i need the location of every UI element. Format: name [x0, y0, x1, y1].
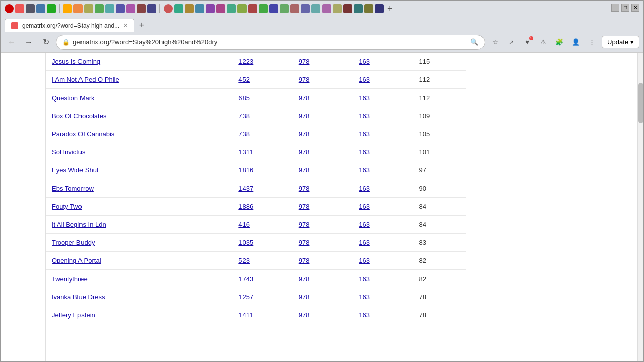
row-num-link[interactable]: 163 [359, 239, 370, 246]
active-tab[interactable]: gematrix.org/?word=Stay high and... ✕ [5, 19, 134, 32]
row-num-link[interactable]: 1437 [238, 185, 253, 192]
heart-badge-icon[interactable]: ♥ 9 [520, 35, 534, 49]
row-name-link[interactable]: Question Mark [52, 94, 95, 102]
row-num-link[interactable]: 163 [359, 275, 370, 283]
row-num-link[interactable]: 978 [299, 257, 310, 264]
reload-button[interactable]: ↻ [39, 35, 53, 49]
row-name-link[interactable]: Trooper Buddy [52, 239, 95, 246]
minimize-button[interactable]: — [611, 4, 619, 12]
row-num-link[interactable]: 978 [299, 239, 310, 246]
right-gutter [466, 53, 637, 361]
forward-button[interactable]: → [22, 35, 36, 49]
row-name-link[interactable]: Twentythree [52, 275, 88, 283]
row-num-link[interactable]: 163 [359, 94, 370, 102]
browser-window: + — □ ✕ gematrix.org/?word=Stay high and… [0, 0, 644, 362]
row-num-link[interactable]: 978 [299, 112, 310, 120]
row-num-link[interactable]: 163 [359, 148, 370, 156]
row-num-link[interactable]: 163 [359, 203, 370, 210]
table-row: Paradox Of Cannabis738978163105 [46, 125, 466, 143]
left-gutter [1, 53, 46, 361]
row-name-link[interactable]: Ivanka Blue Dress [52, 293, 105, 301]
maximize-button[interactable]: □ [621, 4, 629, 12]
row-num-link[interactable]: 523 [238, 257, 250, 264]
address-bar[interactable]: 🔒 gematrix.org/?word=Stay%20high%20and%2… [56, 35, 485, 50]
row-num-link[interactable]: 978 [299, 130, 310, 138]
row-score: 109 [415, 107, 466, 125]
row-num-link[interactable]: 978 [299, 275, 310, 283]
row-num-link[interactable]: 1886 [238, 203, 253, 210]
row-num-link[interactable]: 978 [299, 311, 310, 319]
row-num-link[interactable]: 738 [238, 130, 250, 138]
new-tab-button[interactable]: + [135, 19, 148, 32]
row-num-link[interactable]: 163 [359, 130, 370, 138]
row-num-link[interactable]: 978 [299, 185, 310, 192]
row-num-link[interactable]: 163 [359, 58, 370, 65]
row-num-link[interactable]: 978 [299, 166, 310, 174]
page-content: Jesus Is Coming1223978163115I Am Not A P… [1, 53, 643, 361]
row-score: 78 [415, 288, 466, 306]
row-num-link[interactable]: 685 [238, 94, 250, 102]
bookmark-star-icon[interactable]: ☆ [488, 35, 502, 49]
main-content: Jesus Is Coming1223978163115I Am Not A P… [46, 53, 466, 361]
lock-icon: 🔒 [62, 39, 70, 46]
row-name-link[interactable]: Jesus Is Coming [52, 58, 100, 65]
extensions-icon[interactable]: 🧩 [552, 35, 567, 49]
tab-label: gematrix.org/?word=Stay high and... [22, 22, 119, 29]
account-icon[interactable]: 👤 [569, 35, 583, 49]
row-name-link[interactable]: Paradox Of Cannabis [52, 130, 114, 138]
update-button[interactable]: Update ▾ [602, 36, 639, 48]
row-num-link[interactable]: 1411 [238, 311, 253, 319]
row-num-link[interactable]: 163 [359, 185, 370, 192]
row-name-link[interactable]: Fouty Two [52, 203, 82, 210]
row-num-link[interactable]: 163 [359, 166, 370, 174]
row-num-link[interactable]: 978 [299, 293, 310, 301]
row-num-link[interactable]: 1743 [238, 275, 253, 283]
row-num-link[interactable]: 1311 [238, 148, 253, 156]
title-bar: + — □ ✕ [1, 1, 643, 17]
row-name-link[interactable]: Sol Invictus [52, 148, 85, 156]
menu-icon[interactable]: ⋮ [585, 35, 599, 49]
row-name-link[interactable]: Jeffery Epstein [52, 311, 95, 319]
row-num-link[interactable]: 978 [299, 58, 310, 65]
row-score: 83 [415, 234, 466, 252]
row-num-link[interactable]: 416 [238, 221, 250, 228]
row-name-link[interactable]: I Am Not A Ped O Phile [52, 76, 119, 83]
row-name-link[interactable]: Opening A Portal [52, 257, 101, 264]
row-score: 101 [415, 143, 466, 161]
row-num-link[interactable]: 452 [238, 76, 250, 83]
row-score: 97 [415, 161, 466, 179]
row-score: 115 [415, 53, 466, 71]
search-icon[interactable]: 🔍 [470, 38, 478, 46]
row-name-link[interactable]: Ebs Tomorrow [52, 185, 94, 192]
table-row: Ivanka Blue Dress125797816378 [46, 288, 466, 306]
tab-close-button[interactable]: ✕ [123, 22, 128, 29]
close-button[interactable]: ✕ [631, 4, 639, 12]
row-num-link[interactable]: 978 [299, 221, 310, 228]
row-num-link[interactable]: 163 [359, 257, 370, 264]
row-num-link[interactable]: 1223 [238, 58, 253, 65]
row-num-link[interactable]: 163 [359, 221, 370, 228]
row-num-link[interactable]: 978 [299, 148, 310, 156]
row-num-link[interactable]: 978 [299, 76, 310, 83]
scrollbar[interactable] [637, 53, 643, 361]
row-num-link[interactable]: 1816 [238, 166, 253, 174]
row-name-link[interactable]: Box Of Chocolates [52, 112, 106, 120]
share-icon[interactable]: ↗ [504, 35, 518, 49]
warning-icon[interactable]: ⚠ [536, 35, 550, 49]
table-row: Sol Invictus1311978163101 [46, 143, 466, 161]
row-num-link[interactable]: 1257 [238, 293, 253, 301]
row-num-link[interactable]: 163 [359, 311, 370, 319]
row-num-link[interactable]: 163 [359, 76, 370, 83]
row-num-link[interactable]: 978 [299, 203, 310, 210]
row-num-link[interactable]: 163 [359, 112, 370, 120]
row-name-link[interactable]: Eyes Wide Shut [52, 166, 99, 174]
scrollbar-thumb[interactable] [638, 83, 643, 123]
window-controls[interactable]: — □ ✕ [611, 4, 639, 12]
row-num-link[interactable]: 978 [299, 94, 310, 102]
row-name-link[interactable]: It All Begins In Ldn [52, 221, 106, 228]
row-num-link[interactable]: 1035 [238, 239, 253, 246]
row-num-link[interactable]: 163 [359, 293, 370, 301]
row-num-link[interactable]: 738 [238, 112, 250, 120]
table-row: Twentythree174397816382 [46, 270, 466, 288]
back-button[interactable]: ← [5, 35, 19, 49]
